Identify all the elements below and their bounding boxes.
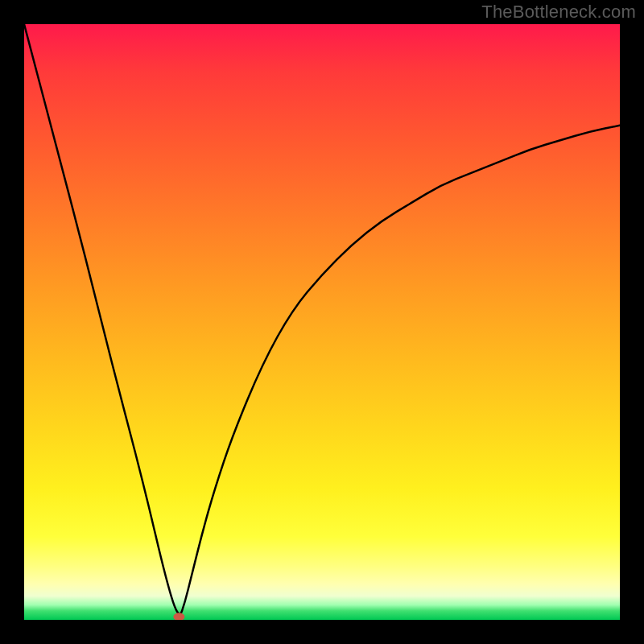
plot-area	[24, 24, 620, 620]
minimum-marker	[173, 613, 184, 620]
watermark-text: TheBottleneck.com	[481, 2, 636, 23]
bottleneck-curve-svg	[24, 24, 620, 620]
chart-frame: TheBottleneck.com	[0, 0, 644, 644]
bottleneck-curve	[24, 24, 620, 614]
